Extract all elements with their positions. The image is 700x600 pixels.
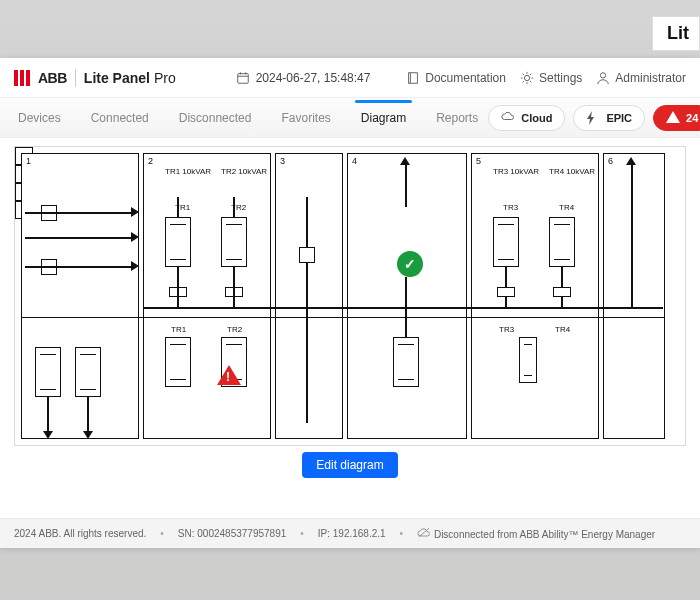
tab-disconnected[interactable]: Disconnected [177, 101, 254, 135]
settings-link[interactable]: Settings [520, 71, 582, 85]
brand: ABB Lite Panel Pro [14, 69, 176, 87]
breaker-device[interactable] [35, 347, 61, 397]
tabs: Devices Connected Disconnected Favorites… [10, 101, 480, 135]
connection-status: Disconnected from ABB Ability™ Energy Ma… [417, 527, 655, 541]
app-window: ABB Lite Panel Pro 2024-06-27, 15:48:47 … [0, 58, 700, 548]
edit-diagram-button[interactable]: Edit diagram [302, 452, 397, 478]
wire [25, 212, 131, 214]
product-name-suffix: Pro [154, 70, 176, 86]
tab-reports[interactable]: Reports [434, 101, 480, 135]
connection-text: Disconnected from ABB Ability™ Energy Ma… [434, 529, 655, 540]
tabbar: Devices Connected Disconnected Favorites… [0, 98, 700, 138]
fault-warning-icon [217, 365, 241, 385]
wire [405, 163, 407, 207]
separator-dot: • [400, 528, 404, 539]
svg-point-7 [601, 72, 606, 77]
trafo-label-4: TR4 10kVAR [549, 167, 595, 176]
alert-pill[interactable]: 24 [653, 105, 700, 131]
wire [25, 237, 131, 239]
wire [306, 197, 308, 247]
status-ok-icon: ✓ [397, 251, 423, 277]
panel-col-3[interactable]: 3 [275, 153, 343, 439]
wire [306, 263, 308, 423]
breaker-device[interactable] [493, 217, 519, 267]
product-name-main: Lite Panel [84, 70, 150, 86]
breaker-device[interactable] [221, 217, 247, 267]
arrow-icon [131, 261, 139, 271]
col-4-number: 4 [352, 156, 357, 166]
sub-label: TR4 [559, 203, 574, 212]
col-5-number: 5 [476, 156, 481, 166]
bolt-icon [586, 111, 600, 125]
epic-pill[interactable]: EPIC [573, 105, 645, 131]
tab-favorites[interactable]: Favorites [279, 101, 332, 135]
arrow-icon [626, 157, 636, 165]
wire [87, 397, 89, 431]
panel-col-4[interactable]: 4 [347, 153, 467, 439]
wire [405, 277, 407, 337]
sub-label: TR4 [555, 325, 570, 334]
aux-device[interactable] [553, 287, 571, 297]
timestamp-text: 2024-06-27, 15:48:47 [256, 71, 371, 85]
aux-device[interactable] [497, 287, 515, 297]
statusbar: 2024 ABB. All rights reserved. • SN: 000… [0, 518, 700, 548]
trafo-label-2: TR2 10kVAR [221, 167, 267, 176]
documentation-label: Documentation [425, 71, 506, 85]
bus-coupler[interactable] [299, 247, 315, 263]
page-corner-brand: Lit [652, 16, 700, 51]
ip: IP: 192.168.2.1 [318, 528, 386, 539]
breaker-device[interactable] [75, 347, 101, 397]
user-icon [596, 71, 610, 85]
breaker-device[interactable] [549, 217, 575, 267]
alert-triangle-icon [666, 111, 680, 125]
col-6-number: 6 [608, 156, 613, 166]
svg-rect-0 [237, 73, 248, 83]
sub-label: TR3 [499, 325, 514, 334]
tab-diagram[interactable]: Diagram [359, 101, 408, 135]
panel-divider [21, 317, 665, 318]
wire [47, 397, 49, 431]
sn: SN: 0002485377957891 [178, 528, 286, 539]
arrow-icon [131, 232, 139, 242]
trafo-label-3: TR3 10kVAR [493, 167, 539, 176]
wire [631, 163, 633, 307]
col-2-number: 2 [148, 156, 153, 166]
arrow-icon [131, 207, 139, 217]
topbar: ABB Lite Panel Pro 2024-06-27, 15:48:47 … [0, 58, 700, 98]
cloud-icon [501, 111, 515, 125]
top-links: Documentation Settings Administrator [406, 71, 686, 85]
sub-label: TR3 [503, 203, 518, 212]
abb-logo-text: ABB [38, 70, 67, 86]
tab-connected[interactable]: Connected [89, 101, 151, 135]
sub-label: TR1 [171, 325, 186, 334]
separator-dot: • [300, 528, 304, 539]
col-3-number: 3 [280, 156, 285, 166]
panel-col-2[interactable]: 2 [143, 153, 271, 439]
breaker-device[interactable] [165, 217, 191, 267]
timestamp: 2024-06-27, 15:48:47 [236, 71, 371, 85]
ok-check: ✓ [404, 256, 416, 272]
breaker-device[interactable] [165, 337, 191, 387]
breaker-device[interactable] [393, 337, 419, 387]
copyright-text: 2024 ABB. All rights reserved. [14, 528, 146, 539]
col-1-number: 1 [26, 156, 31, 166]
cloud-pill[interactable]: Cloud [488, 105, 565, 131]
brand-divider [75, 69, 76, 87]
breaker-device[interactable] [519, 337, 537, 383]
wire [25, 266, 131, 268]
alert-count: 24 [686, 112, 698, 124]
sub-label: TR2 [227, 325, 242, 334]
cloud-label: Cloud [521, 112, 552, 124]
tab-devices[interactable]: Devices [16, 101, 63, 135]
panel-col-6[interactable]: 6 [603, 153, 665, 439]
documentation-link[interactable]: Documentation [406, 71, 506, 85]
panel-col-5[interactable]: 5 [471, 153, 599, 439]
administrator-link[interactable]: Administrator [596, 71, 686, 85]
arrow-icon [43, 431, 53, 439]
separator-dot: • [160, 528, 164, 539]
status-pills: Cloud EPIC 24 1 [488, 105, 700, 131]
epic-label: EPIC [606, 112, 632, 124]
cloud-off-icon [417, 527, 431, 541]
ip-label: IP: [318, 528, 330, 539]
diagram-canvas[interactable]: 1 2 3 4 5 6 TR1 10kVAR TR2 10kVAR [14, 146, 686, 446]
